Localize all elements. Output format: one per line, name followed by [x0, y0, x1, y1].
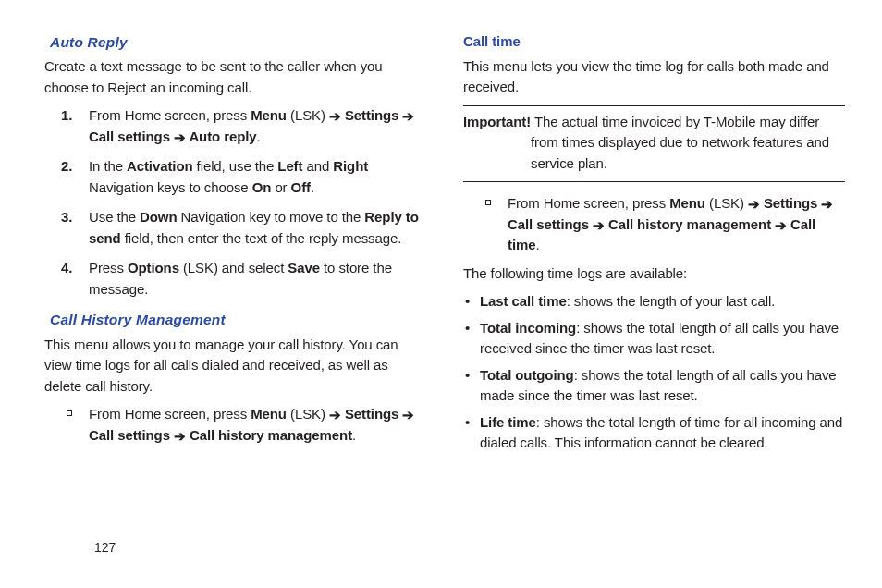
arrow-icon: ➔	[821, 194, 833, 215]
arrow-icon: ➔	[174, 426, 186, 447]
log-total-outgoing: Total outgoing: shows the total length o…	[463, 365, 845, 407]
step-text: Use the Down Navigation key to move to t…	[89, 209, 419, 246]
call-history-intro: This menu allows you to manage your call…	[44, 335, 426, 398]
step-number: 1.	[61, 105, 72, 127]
text: From Home screen, press	[89, 107, 251, 123]
bold: Settings	[341, 406, 403, 422]
step-number: 3.	[61, 207, 72, 228]
text: From Home screen, press	[508, 195, 669, 211]
arrow-icon: ➔	[402, 405, 414, 426]
call-time-path: From Home screen, press Menu (LSK) ➔ Set…	[463, 193, 845, 256]
bold: Save	[288, 260, 320, 276]
text: Use the	[89, 209, 140, 225]
call-history-path: From Home screen, press Menu (LSK) ➔ Set…	[44, 404, 426, 446]
text: .	[311, 179, 314, 195]
bold: Activation	[127, 158, 193, 174]
bold: Options	[128, 260, 179, 276]
arrow-icon: ➔	[329, 405, 341, 426]
step-number: 2.	[61, 156, 72, 178]
bold: Menu	[251, 107, 287, 123]
text: (LSK)	[287, 406, 329, 422]
text: field, then enter the text of the reply …	[121, 230, 402, 246]
text: In the	[89, 158, 127, 174]
text: Press	[89, 260, 128, 276]
bold: Settings	[341, 107, 403, 123]
call-time-intro: This menu lets you view the time log for…	[463, 56, 845, 98]
auto-reply-heading: Auto Reply	[50, 31, 426, 53]
arrow-icon: ➔	[329, 106, 341, 128]
important-text: Important! The actual time invoiced by T…	[463, 112, 845, 175]
bold: Total incoming	[480, 320, 576, 336]
log-last-call: Last call time: shows the length of your…	[463, 291, 845, 312]
important-label: Important!	[463, 114, 531, 129]
arrow-icon: ➔	[174, 128, 186, 149]
right-column: Call time This menu lets you view the ti…	[463, 31, 845, 588]
time-logs-list: Last call time: shows the length of your…	[463, 291, 845, 454]
text: or	[271, 179, 290, 195]
step-number: 4.	[61, 258, 72, 279]
text: Navigation key to move to the	[178, 209, 365, 225]
time-logs-intro: The following time logs are available:	[463, 263, 845, 285]
arrow-icon: ➔	[775, 215, 787, 237]
bold: Off	[291, 179, 311, 195]
arrow-icon: ➔	[748, 194, 760, 215]
text: .	[535, 237, 539, 252]
log-life-time: Life time: shows the total length of tim…	[463, 412, 845, 454]
call-history-heading: Call History Management	[50, 309, 426, 330]
step-text: From Home screen, press Menu (LSK) ➔ Set…	[89, 107, 414, 144]
step-1: 1. From Home screen, press Menu (LSK) ➔ …	[44, 105, 426, 147]
bold: Call settings	[89, 129, 174, 144]
bold: Call settings	[89, 427, 174, 443]
log-total-incoming: Total incoming: shows the total length o…	[463, 318, 845, 360]
text: (LSK)	[287, 107, 329, 123]
important-note: Important! The actual time invoiced by T…	[463, 105, 845, 183]
text: and	[302, 158, 333, 174]
bold: Menu	[669, 195, 705, 211]
text: .	[257, 129, 261, 144]
bold: Left	[277, 158, 302, 174]
bold: Call history management	[186, 427, 352, 443]
text: (LSK) and select	[179, 260, 288, 276]
arrow-icon: ➔	[593, 215, 605, 237]
left-column: Auto Reply Create a text message to be s…	[44, 31, 426, 588]
bold: Right	[333, 158, 368, 174]
manual-page: Auto Reply Create a text message to be s…	[0, 0, 882, 588]
text: : shows the length of your last call.	[567, 293, 776, 309]
bold: Down	[140, 209, 177, 225]
auto-reply-steps: 1. From Home screen, press Menu (LSK) ➔ …	[44, 105, 426, 300]
text: .	[352, 427, 356, 443]
text: (LSK)	[705, 195, 748, 211]
bold: Menu	[251, 406, 287, 422]
page-number: 127	[94, 540, 116, 555]
bold: Call settings	[508, 216, 593, 232]
bold: On	[252, 179, 272, 195]
auto-reply-intro: Create a text message to be sent to the …	[44, 56, 426, 98]
step-text: Press Options (LSK) and select Save to s…	[89, 260, 392, 297]
arrow-icon: ➔	[402, 106, 414, 128]
step-text: In the Activation field, use the Left an…	[89, 158, 368, 195]
bold: Call history management	[605, 216, 775, 232]
text: Navigation keys to choose	[89, 179, 252, 195]
step-2: 2. In the Activation field, use the Left…	[44, 156, 426, 198]
bold: Life time	[480, 414, 536, 430]
bold: Auto reply	[186, 129, 257, 144]
text: field, use the	[193, 158, 278, 174]
step-3: 3. Use the Down Navigation key to move t…	[44, 207, 426, 249]
bold: Settings	[760, 195, 822, 211]
call-time-heading: Call time	[463, 31, 845, 53]
bold: Last call time	[480, 293, 567, 309]
text: From Home screen, press	[89, 406, 251, 422]
step-4: 4. Press Options (LSK) and select Save t…	[44, 258, 426, 300]
bold: Total outgoing	[480, 367, 574, 383]
text: The actual time invoiced by T-Mobile may…	[531, 114, 829, 171]
